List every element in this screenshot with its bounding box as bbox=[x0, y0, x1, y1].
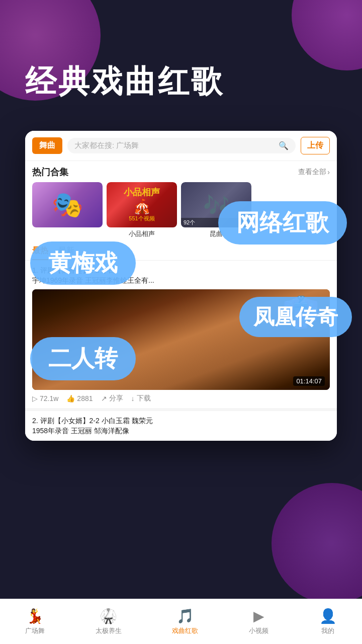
float-label-wangluo: 网络红歌 bbox=[218, 201, 347, 245]
profile-nav-icon: 👤 bbox=[319, 608, 337, 624]
video-title-text-2: 评剧【小女婿】2-2 小白玉霜 魏荣元 bbox=[40, 417, 153, 425]
bg-circle-bottom-right bbox=[272, 483, 362, 604]
download-label: 下载 bbox=[137, 394, 151, 403]
float-label-huangmei: 黄梅戏 bbox=[30, 242, 136, 285]
nav-item-profile[interactable]: 👤 我的 bbox=[313, 604, 343, 639]
video-nav-label: 小视频 bbox=[249, 626, 268, 635]
video-nav-icon: ▶ bbox=[253, 608, 264, 624]
thumb-title-sketch: 小品相声 bbox=[107, 229, 177, 238]
video-subtitle-2: 1958年录音 王冠丽 邹海洋配像 bbox=[32, 427, 129, 435]
thumb-img-opera: 🎭 bbox=[32, 182, 103, 227]
like-count: 2881 bbox=[77, 394, 93, 403]
stat-views: ▷ 72.1w bbox=[32, 394, 58, 403]
thumbnail-opera[interactable]: 🎭 bbox=[32, 182, 103, 238]
sketch-figure-icon: 🎪 bbox=[124, 198, 160, 215]
video-item-2: 2. 评剧【小女婿】2-2 小白玉霜 魏荣元 1958年录音 王冠丽 邹海洋配像 bbox=[25, 408, 337, 441]
opera-mask-icon: 🎭 bbox=[32, 182, 103, 227]
share-icon: ↗ bbox=[101, 394, 107, 403]
chevron-right-icon: › bbox=[327, 168, 330, 176]
app-card: 舞曲 大家都在搜: 广场舞 🔍 上传 热门合集 查看全部 › 🎭 bbox=[25, 131, 337, 441]
nav-item-dance[interactable]: 💃 广场舞 bbox=[19, 604, 51, 639]
video-title-2: 2. 评剧【小女婿】2-2 小白玉霜 魏荣元 1958年录音 王冠丽 邹海洋配像 bbox=[32, 416, 330, 436]
video-duration-1: 01:14:07 bbox=[293, 376, 325, 386]
video-stats-1: ▷ 72.1w 👍 2881 ↗ 分享 ↓ 下载 bbox=[32, 394, 330, 403]
sketch-text: 小品相声 bbox=[124, 187, 160, 198]
opera-nav-label: 戏曲红歌 bbox=[172, 626, 198, 635]
hot-header: 热门合集 查看全部 › bbox=[32, 166, 330, 178]
taichi-nav-icon: 🥋 bbox=[100, 608, 117, 624]
stat-share[interactable]: ↗ 分享 bbox=[101, 394, 123, 403]
search-icon: 🔍 bbox=[279, 141, 289, 150]
nav-item-taichi[interactable]: 🥋 太极养生 bbox=[89, 604, 128, 639]
bg-circle-top-right bbox=[292, 0, 362, 70]
thumb-img-sketch: 小品相声 🎪 551个视频 bbox=[107, 182, 177, 227]
stat-likes[interactable]: 👍 2881 bbox=[66, 394, 93, 403]
nav-item-opera[interactable]: 🎵 戏曲红歌 bbox=[166, 604, 204, 639]
opera-nav-icon: 🎵 bbox=[176, 608, 194, 624]
profile-nav-label: 我的 bbox=[321, 626, 334, 635]
share-label: 分享 bbox=[109, 394, 123, 403]
play-count-icon: ▷ bbox=[32, 394, 38, 403]
float-label-errenzhuan: 二人转 bbox=[30, 337, 136, 380]
float-label-fenghuang: 凤凰传奇 bbox=[239, 297, 352, 337]
sketch-count: 551个视频 bbox=[124, 215, 160, 222]
hot-title: 热门合集 bbox=[32, 166, 68, 178]
video-index-2: 2 bbox=[32, 417, 36, 425]
view-count: 72.1w bbox=[40, 394, 58, 403]
nav-item-video[interactable]: ▶ 小视频 bbox=[243, 604, 275, 639]
dance-nav-icon: 💃 bbox=[26, 608, 44, 624]
thumbnail-sketch[interactable]: 小品相声 🎪 551个视频 小品相声 bbox=[107, 182, 177, 238]
dance-nav-label: 广场舞 bbox=[25, 626, 45, 635]
app-header: 舞曲 大家都在搜: 广场舞 🔍 上传 bbox=[25, 131, 337, 161]
upload-button[interactable]: 上传 bbox=[301, 137, 330, 154]
dance-tab-button[interactable]: 舞曲 bbox=[32, 137, 62, 154]
stat-download[interactable]: ↓ 下载 bbox=[131, 394, 151, 403]
like-icon: 👍 bbox=[66, 394, 75, 403]
view-all-text: 查看全部 bbox=[298, 168, 326, 177]
main-title: 经典戏曲红歌 bbox=[25, 60, 224, 103]
bottom-nav: 💃 广场舞 🥋 太极养生 🎵 戏曲红歌 ▶ 小视频 👤 我的 bbox=[0, 599, 362, 644]
download-icon: ↓ bbox=[131, 394, 135, 403]
view-all[interactable]: 查看全部 › bbox=[298, 168, 330, 177]
search-placeholder: 大家都在搜: 广场舞 bbox=[74, 141, 275, 150]
search-bar[interactable]: 大家都在搜: 广场舞 🔍 bbox=[67, 138, 296, 153]
taichi-nav-label: 太极养生 bbox=[96, 626, 122, 635]
